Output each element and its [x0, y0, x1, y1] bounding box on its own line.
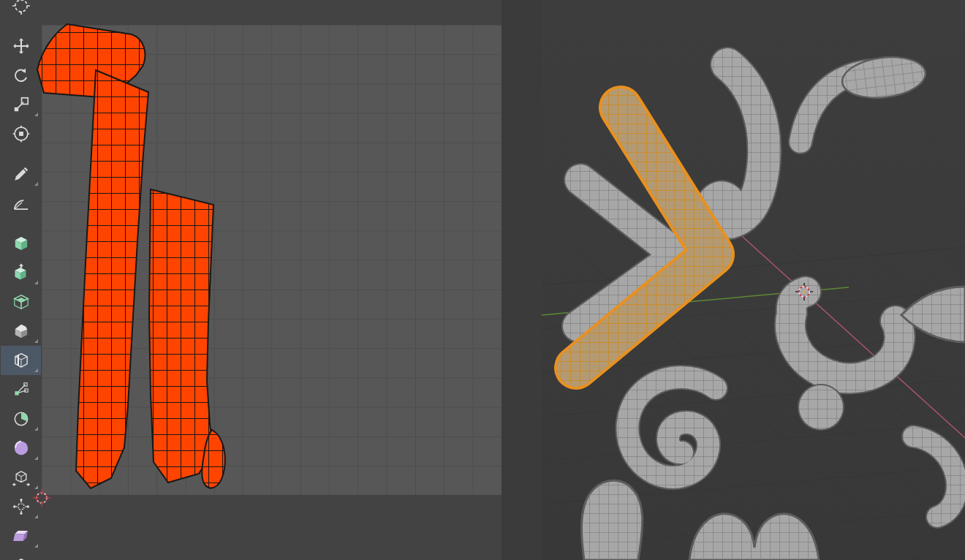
submenu-indicator-icon	[34, 515, 38, 518]
submenu-indicator-icon	[34, 113, 38, 116]
submenu-indicator-icon	[34, 281, 38, 284]
submenu-indicator-icon	[34, 485, 38, 489]
submenu-indicator-icon	[34, 368, 38, 372]
scale-tool-icon	[12, 95, 31, 114]
add-cube-icon	[12, 234, 31, 253]
rip-region-icon	[12, 556, 31, 560]
spin-icon	[12, 409, 31, 428]
tool-inset-faces[interactable]	[1, 287, 41, 317]
tool-smooth[interactable]	[1, 434, 41, 463]
smooth-sphere-icon	[12, 439, 31, 458]
move-tool-icon	[12, 37, 31, 56]
submenu-indicator-icon	[34, 427, 38, 431]
tool-rotate[interactable]	[1, 61, 41, 90]
tool-extrude-region[interactable]	[1, 258, 41, 287]
uv-editor[interactable]	[0, 0, 502, 560]
mesh-sphere[interactable]	[798, 384, 844, 431]
tool-annotate[interactable]	[1, 159, 41, 189]
submenu-indicator-icon	[34, 182, 38, 186]
cursor-tool-icon	[12, 0, 31, 15]
measure-protractor-icon	[12, 194, 31, 213]
tool-loop-cut[interactable]	[1, 346, 41, 375]
bevel-icon	[12, 322, 31, 341]
tool-poly-build[interactable]	[1, 375, 41, 404]
submenu-indicator-icon	[34, 544, 38, 548]
blender-window	[0, 0, 965, 560]
tool-cursor[interactable]	[1, 0, 41, 20]
mesh-teardrop[interactable]	[581, 480, 642, 560]
shrink-fatten-icon	[12, 497, 31, 516]
transform-tool-icon	[12, 124, 31, 143]
tool-shear[interactable]	[1, 521, 41, 550]
uv-editor-canvas[interactable]	[0, 0, 502, 560]
tool-rip-region[interactable]	[1, 550, 41, 560]
tool-transform[interactable]	[1, 119, 41, 148]
viewport-canvas[interactable]	[542, 0, 965, 560]
rotate-tool-icon	[12, 66, 31, 85]
inset-faces-icon	[12, 292, 31, 311]
tool-scale[interactable]	[1, 90, 41, 119]
tool-add-cube[interactable]	[1, 229, 41, 258]
poly-build-icon	[12, 380, 31, 399]
edge-slide-icon	[12, 468, 31, 487]
tool-edge-slide[interactable]	[1, 463, 41, 492]
tool-move[interactable]	[1, 31, 41, 61]
uv-island-right-strip[interactable]	[149, 189, 213, 483]
shear-icon	[12, 526, 31, 545]
submenu-indicator-icon	[34, 456, 38, 460]
viewport-3d[interactable]	[542, 0, 965, 560]
annotate-pencil-icon	[12, 164, 31, 183]
toolbar	[0, 0, 42, 560]
tool-shrink-fatten[interactable]	[1, 492, 41, 521]
submenu-indicator-icon	[34, 339, 38, 343]
tool-measure[interactable]	[1, 189, 41, 218]
tool-bevel[interactable]	[1, 317, 41, 346]
extrude-region-icon	[12, 263, 31, 282]
loop-cut-icon	[12, 351, 31, 370]
tool-spin[interactable]	[1, 404, 41, 434]
